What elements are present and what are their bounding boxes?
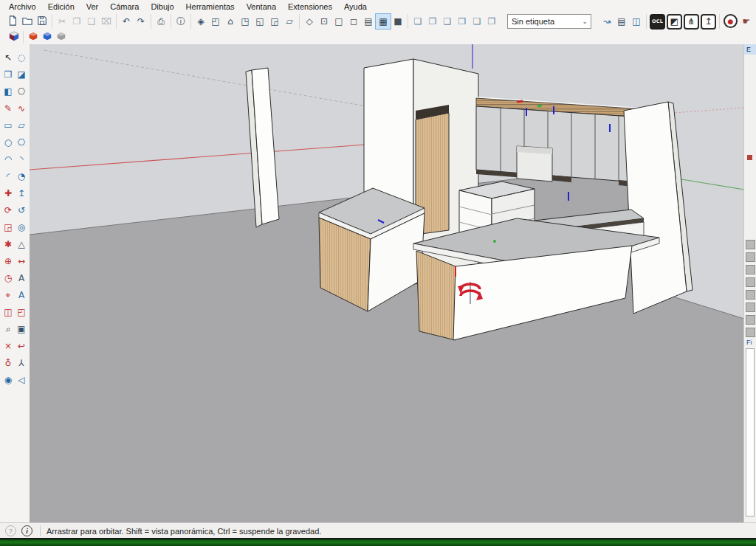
tray-button-3[interactable] — [746, 265, 755, 274]
view-left-button[interactable]: ◲ — [267, 14, 282, 29]
rotated-rectangle-tool[interactable]: ▱ — [15, 118, 28, 133]
hand-cursor-button[interactable]: ☛ — [739, 14, 754, 29]
tray-button-6[interactable] — [746, 303, 755, 312]
export-button[interactable]: ↥ — [701, 14, 716, 30]
eraser-tool[interactable]: ◪ — [15, 67, 28, 82]
pan-tool[interactable]: ◁ — [15, 373, 28, 387]
lasso-tool[interactable]: ◌ — [15, 50, 28, 65]
dimension-tool[interactable]: ↔ — [15, 254, 28, 269]
tray-button-4[interactable] — [746, 277, 755, 287]
view-front-button[interactable]: ⌂ — [223, 14, 238, 29]
edit-visibility-3-button[interactable]: ❑ — [440, 14, 455, 29]
rotate-tool[interactable]: ⟳ — [1, 203, 15, 218]
red-component-button[interactable] — [26, 31, 40, 44]
style-textured-button[interactable]: ▦ — [376, 14, 391, 29]
edit-visibility-4-button[interactable]: ❒ — [455, 14, 470, 29]
menu-camara[interactable]: Cámara — [104, 2, 145, 11]
section-fill-tool[interactable]: ◰ — [15, 305, 28, 319]
record-button[interactable]: ● — [724, 14, 738, 28]
rectangle-tool[interactable]: ▭ — [1, 118, 15, 133]
stamp-tool[interactable]: ⎔ — [15, 84, 28, 99]
position-camera-tool[interactable]: ♁ — [1, 356, 15, 370]
paste-button[interactable]: ❑ — [84, 14, 99, 29]
geolocation-icon[interactable]: ? — [5, 525, 16, 536]
view-right-button[interactable]: ◳ — [238, 14, 252, 29]
paint-bucket-tool[interactable]: ◧ — [1, 84, 15, 99]
redo-button[interactable]: ↷ — [134, 14, 148, 29]
previous-view-tool[interactable]: ↩ — [15, 339, 28, 353]
flip-tool-button[interactable]: ↝ — [599, 14, 614, 29]
3d-text-tool[interactable]: A — [15, 288, 28, 303]
style-wireframe-button[interactable]: □ — [331, 14, 346, 29]
tray-list-box[interactable] — [746, 348, 755, 516]
materials-swatch-button[interactable]: ◩ — [667, 14, 682, 30]
select-tool[interactable]: ↖ — [1, 50, 15, 65]
tray-button-7[interactable] — [746, 315, 755, 325]
edit-visibility-2-button[interactable]: ❐ — [425, 14, 440, 29]
model-info-button[interactable]: ⓘ — [173, 14, 188, 29]
view-iso-button[interactable]: ◈ — [193, 14, 208, 29]
zoom-window-tool[interactable]: ▣ — [15, 322, 28, 336]
polygon-tool[interactable]: ⎔ — [15, 135, 28, 150]
intersect-tool[interactable]: ✱ — [1, 237, 15, 252]
copy-button[interactable]: ❐ — [69, 14, 84, 29]
line-tool[interactable]: ✎ — [1, 101, 15, 116]
follow-me-tool[interactable]: ↺ — [15, 203, 28, 218]
walk-tool[interactable]: ⅄ — [15, 356, 28, 370]
three-point-arc-tool[interactable]: ◜ — [1, 169, 15, 184]
generate-report-button[interactable]: ▤ — [614, 14, 629, 29]
gray-component-button[interactable] — [54, 31, 68, 44]
viewport-3d-scene[interactable] — [30, 44, 744, 522]
undo-button[interactable]: ↶ — [119, 14, 134, 29]
blue-component-button[interactable] — [40, 31, 54, 44]
move-tool[interactable]: ✚ — [1, 186, 15, 201]
delete-button[interactable]: ⌧ — [99, 14, 114, 29]
share-nodes-button[interactable]: ⋔ — [684, 14, 699, 30]
print-button[interactable]: ⎙ — [154, 14, 168, 29]
edit-visibility-1-button[interactable]: ❏ — [410, 14, 425, 29]
style-monochrome-button[interactable]: ■ — [391, 14, 405, 29]
view-two-point-button[interactable]: ▱ — [282, 14, 297, 29]
style-back-edges-button[interactable]: ⊡ — [317, 14, 331, 29]
extension-cube-button[interactable] — [7, 31, 21, 44]
tag-dropdown[interactable]: Sin etiqueta ⌄ — [507, 14, 591, 29]
save-model-button[interactable] — [35, 14, 49, 29]
component-split-button[interactable]: ◫ — [629, 14, 644, 29]
cut-button[interactable]: ✂ — [55, 14, 69, 29]
text-tool[interactable]: A — [15, 271, 28, 286]
menu-extensiones[interactable]: Extensiones — [282, 2, 338, 11]
edit-visibility-5-button[interactable]: ❏ — [470, 14, 484, 29]
style-xray-button[interactable]: ◇ — [302, 14, 317, 29]
menu-herramientas[interactable]: Herramientas — [180, 2, 241, 11]
tray-button-2[interactable] — [746, 252, 755, 262]
zoom-extents-tool[interactable]: × — [1, 339, 15, 353]
view-back-button[interactable]: ◱ — [252, 14, 267, 29]
tray-button-1[interactable] — [746, 240, 755, 249]
scale-tool[interactable]: ◲ — [1, 220, 15, 235]
protractor-tool[interactable]: ◷ — [1, 271, 15, 286]
entity-info-panel-header[interactable]: E — [744, 44, 756, 55]
opencutlist-button[interactable]: OCL — [650, 14, 665, 30]
menu-edicion[interactable]: Edición — [42, 2, 80, 11]
pie-tool[interactable]: ◔ — [15, 169, 28, 184]
soften-edges-tool[interactable]: △ — [15, 237, 28, 252]
two-point-arc-tool[interactable]: ◝ — [15, 152, 28, 167]
offset-tool[interactable]: ◎ — [15, 220, 28, 235]
section-plane-tool[interactable]: ◫ — [1, 305, 15, 319]
menu-dibujo[interactable]: Dibujo — [145, 2, 179, 11]
zoom-tool[interactable]: ⌕ — [1, 322, 15, 336]
arc-tool[interactable]: ◠ — [1, 152, 15, 167]
menu-ayuda[interactable]: Ayuda — [338, 2, 373, 11]
view-top-button[interactable]: ◰ — [208, 14, 223, 29]
make-component-tool[interactable]: ❐ — [1, 67, 15, 82]
style-hidden-line-button[interactable]: ◻ — [346, 14, 361, 29]
menu-ventana[interactable]: Ventana — [241, 2, 282, 11]
new-model-button[interactable] — [5, 14, 20, 29]
freehand-tool[interactable]: ∿ — [15, 101, 28, 116]
style-shaded-button[interactable]: ▤ — [361, 14, 376, 29]
push-pull-tool[interactable]: ↥ — [15, 186, 28, 201]
axes-tool[interactable]: ⌖ — [1, 288, 15, 303]
menu-ver[interactable]: Ver — [80, 2, 105, 11]
look-around-tool[interactable]: ◉ — [1, 373, 15, 387]
help-icon[interactable]: i — [21, 525, 32, 536]
